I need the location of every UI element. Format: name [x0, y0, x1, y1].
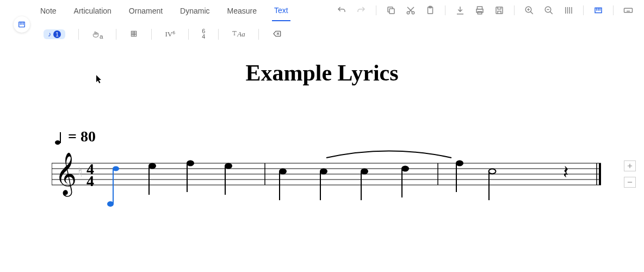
note-selected[interactable]: [107, 166, 119, 207]
svg-point-45: [456, 161, 463, 166]
svg-rect-12: [624, 8, 633, 13]
tab-articulation[interactable]: Articulation: [72, 1, 114, 21]
music-staff[interactable]: 𝄞 ♮ 4 4: [52, 163, 606, 207]
tab-note[interactable]: Note: [38, 1, 59, 21]
svg-point-2: [412, 11, 414, 14]
remove-staff-icon[interactable]: [624, 177, 636, 188]
tab-dynamic[interactable]: Dynamic: [178, 1, 212, 21]
instrument-picker-icon[interactable]: [14, 16, 30, 33]
svg-point-35: [225, 164, 232, 169]
lyrics-tool[interactable]: ♪ 1: [44, 29, 65, 39]
svg-point-39: [320, 169, 327, 174]
chord-diagram-tool[interactable]: [129, 29, 138, 40]
svg-text:♮: ♮: [78, 165, 83, 180]
undo-icon[interactable]: [337, 5, 346, 15]
download-icon[interactable]: [455, 5, 465, 15]
add-staff-icon[interactable]: [624, 160, 636, 171]
custom-text-tool[interactable]: Aa: [232, 30, 245, 39]
svg-rect-8: [496, 7, 503, 14]
piano-view-icon[interactable]: [593, 5, 603, 15]
lyric-note-icon: ♪: [48, 30, 51, 38]
barlines-icon[interactable]: [564, 5, 573, 15]
svg-point-30: [113, 166, 119, 171]
paste-icon[interactable]: [425, 5, 435, 15]
cut-icon[interactable]: [406, 5, 416, 15]
tab-text[interactable]: Text: [272, 1, 290, 21]
copy-icon[interactable]: [386, 5, 396, 15]
quarter-rest-icon[interactable]: 𝄽: [564, 166, 568, 177]
svg-point-31: [149, 164, 156, 169]
svg-rect-0: [389, 9, 394, 14]
time-sig-bottom[interactable]: 4: [86, 172, 94, 189]
tab-ornament[interactable]: Ornament: [127, 1, 165, 21]
print-icon[interactable]: [475, 5, 485, 15]
svg-rect-26: [599, 163, 601, 185]
svg-point-43: [402, 166, 408, 171]
chord-fingering-tool[interactable]: a: [92, 29, 103, 40]
svg-point-37: [280, 169, 286, 174]
zoom-in-icon[interactable]: [524, 5, 534, 15]
figured-bass-tool[interactable]: 6 4: [202, 29, 205, 40]
redo-icon[interactable]: [356, 5, 366, 15]
svg-point-33: [187, 161, 194, 166]
svg-rect-14: [132, 31, 137, 36]
treble-clef-icon: 𝄞: [55, 152, 77, 197]
save-icon[interactable]: [494, 5, 504, 15]
roman-numeral-tool[interactable]: IV⁶: [165, 30, 175, 39]
svg-point-47: [489, 169, 496, 174]
keyboard-icon[interactable]: [623, 5, 633, 15]
delete-text-tool[interactable]: [272, 29, 282, 40]
svg-point-1: [407, 11, 410, 14]
zoom-out-icon[interactable]: [544, 5, 554, 15]
mouse-cursor-icon: [96, 75, 103, 85]
svg-point-41: [361, 169, 368, 174]
lyric-verse-badge: 1: [53, 30, 61, 38]
tab-measure[interactable]: Measure: [225, 1, 259, 21]
